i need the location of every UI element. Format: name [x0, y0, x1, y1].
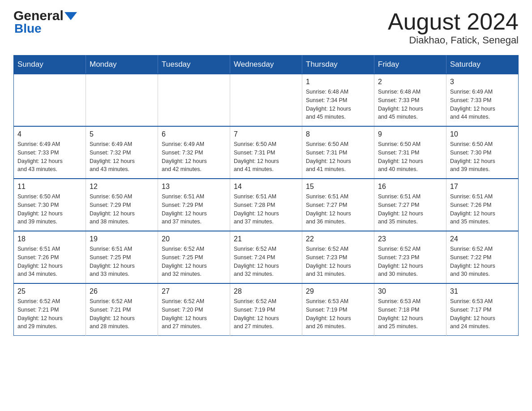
- day-number: 30: [378, 287, 442, 295]
- day-info: Sunrise: 6:52 AMSunset: 7:19 PMDaylight:…: [234, 297, 298, 331]
- day-info: Sunrise: 6:49 AMSunset: 7:32 PMDaylight:…: [90, 140, 154, 174]
- day-number: 5: [90, 130, 154, 138]
- calendar-cell: 22Sunrise: 6:52 AMSunset: 7:23 PMDayligh…: [302, 231, 374, 283]
- day-number: 22: [306, 235, 370, 243]
- day-info: Sunrise: 6:51 AMSunset: 7:26 PMDaylight:…: [450, 193, 515, 226]
- day-info: Sunrise: 6:52 AMSunset: 7:23 PMDaylight:…: [306, 245, 370, 278]
- calendar-header-row: SundayMondayTuesdayWednesdayThursdayFrid…: [14, 56, 519, 74]
- day-info: Sunrise: 6:50 AMSunset: 7:29 PMDaylight:…: [90, 193, 154, 226]
- calendar-cell: 3Sunrise: 6:49 AMSunset: 7:33 PMDaylight…: [446, 74, 519, 126]
- day-info: Sunrise: 6:51 AMSunset: 7:29 PMDaylight:…: [162, 193, 226, 226]
- day-number: 10: [450, 130, 515, 138]
- day-info: Sunrise: 6:53 AMSunset: 7:18 PMDaylight:…: [378, 297, 442, 331]
- day-info: Sunrise: 6:48 AMSunset: 7:33 PMDaylight:…: [378, 88, 442, 121]
- day-info: Sunrise: 6:49 AMSunset: 7:32 PMDaylight:…: [162, 140, 226, 174]
- page-title: August 2024: [388, 9, 519, 34]
- calendar-cell: 29Sunrise: 6:53 AMSunset: 7:19 PMDayligh…: [302, 283, 374, 336]
- day-number: 21: [234, 235, 298, 243]
- calendar-week-row: 1Sunrise: 6:48 AMSunset: 7:34 PMDaylight…: [14, 74, 519, 126]
- calendar-table: SundayMondayTuesdayWednesdayThursdayFrid…: [13, 55, 519, 336]
- day-info: Sunrise: 6:50 AMSunset: 7:30 PMDaylight:…: [17, 193, 82, 226]
- calendar-week-row: 4Sunrise: 6:49 AMSunset: 7:33 PMDaylight…: [14, 126, 519, 179]
- calendar-cell: 28Sunrise: 6:52 AMSunset: 7:19 PMDayligh…: [230, 283, 302, 336]
- calendar-cell: 8Sunrise: 6:50 AMSunset: 7:31 PMDaylight…: [302, 126, 374, 179]
- day-info: Sunrise: 6:53 AMSunset: 7:17 PMDaylight:…: [450, 297, 515, 331]
- day-number: 27: [162, 287, 226, 295]
- calendar-cell: 26Sunrise: 6:52 AMSunset: 7:21 PMDayligh…: [86, 283, 158, 336]
- day-number: 17: [450, 183, 515, 191]
- calendar-cell: 27Sunrise: 6:52 AMSunset: 7:20 PMDayligh…: [158, 283, 230, 336]
- day-number: 15: [306, 183, 370, 191]
- calendar-week-row: 11Sunrise: 6:50 AMSunset: 7:30 PMDayligh…: [14, 179, 519, 231]
- day-number: 25: [17, 287, 82, 295]
- day-info: Sunrise: 6:50 AMSunset: 7:30 PMDaylight:…: [450, 140, 515, 174]
- day-number: 14: [234, 183, 298, 191]
- day-number: 12: [90, 183, 154, 191]
- title-block: August 2024 Diakhao, Fatick, Senegal: [388, 9, 519, 46]
- day-number: 4: [17, 130, 82, 138]
- day-number: 13: [162, 183, 226, 191]
- day-info: Sunrise: 6:52 AMSunset: 7:22 PMDaylight:…: [450, 245, 515, 278]
- day-number: 1: [306, 78, 370, 86]
- day-info: Sunrise: 6:52 AMSunset: 7:20 PMDaylight:…: [162, 297, 226, 331]
- calendar-cell: 25Sunrise: 6:52 AMSunset: 7:21 PMDayligh…: [14, 283, 86, 336]
- day-number: 18: [17, 235, 82, 243]
- day-info: Sunrise: 6:51 AMSunset: 7:27 PMDaylight:…: [378, 193, 442, 226]
- day-number: 7: [234, 130, 298, 138]
- day-number: 3: [450, 78, 515, 86]
- day-info: Sunrise: 6:50 AMSunset: 7:31 PMDaylight:…: [306, 140, 370, 174]
- day-info: Sunrise: 6:50 AMSunset: 7:31 PMDaylight:…: [234, 140, 298, 174]
- calendar-cell: [14, 74, 86, 126]
- calendar-cell: 18Sunrise: 6:51 AMSunset: 7:26 PMDayligh…: [14, 231, 86, 283]
- day-info: Sunrise: 6:52 AMSunset: 7:25 PMDaylight:…: [162, 245, 226, 278]
- calendar-cell: 20Sunrise: 6:52 AMSunset: 7:25 PMDayligh…: [158, 231, 230, 283]
- calendar-day-header: Friday: [374, 56, 446, 74]
- calendar-day-header: Tuesday: [158, 56, 230, 74]
- day-number: 16: [378, 183, 442, 191]
- calendar-cell: 10Sunrise: 6:50 AMSunset: 7:30 PMDayligh…: [446, 126, 519, 179]
- logo-general-text: General: [13, 9, 64, 22]
- calendar-cell: 9Sunrise: 6:50 AMSunset: 7:31 PMDaylight…: [374, 126, 446, 179]
- calendar-cell: 5Sunrise: 6:49 AMSunset: 7:32 PMDaylight…: [86, 126, 158, 179]
- calendar-day-header: Sunday: [14, 56, 86, 74]
- calendar-cell: [86, 74, 158, 126]
- day-info: Sunrise: 6:51 AMSunset: 7:25 PMDaylight:…: [90, 245, 154, 278]
- day-info: Sunrise: 6:49 AMSunset: 7:33 PMDaylight:…: [17, 140, 82, 174]
- calendar-cell: 2Sunrise: 6:48 AMSunset: 7:33 PMDaylight…: [374, 74, 446, 126]
- calendar-cell: 1Sunrise: 6:48 AMSunset: 7:34 PMDaylight…: [302, 74, 374, 126]
- calendar-cell: 23Sunrise: 6:52 AMSunset: 7:23 PMDayligh…: [374, 231, 446, 283]
- day-number: 29: [306, 287, 370, 295]
- calendar-day-header: Thursday: [302, 56, 374, 74]
- calendar-week-row: 18Sunrise: 6:51 AMSunset: 7:26 PMDayligh…: [14, 231, 519, 283]
- day-number: 8: [306, 130, 370, 138]
- calendar-cell: 7Sunrise: 6:50 AMSunset: 7:31 PMDaylight…: [230, 126, 302, 179]
- svg-marker-0: [64, 12, 77, 20]
- calendar-cell: 14Sunrise: 6:51 AMSunset: 7:28 PMDayligh…: [230, 179, 302, 231]
- day-number: 9: [378, 130, 442, 138]
- calendar-cell: 4Sunrise: 6:49 AMSunset: 7:33 PMDaylight…: [14, 126, 86, 179]
- calendar-cell: 19Sunrise: 6:51 AMSunset: 7:25 PMDayligh…: [86, 231, 158, 283]
- page-header: General Blue August 2024 Diakhao, Fatick…: [13, 9, 519, 46]
- day-number: 31: [450, 287, 515, 295]
- calendar-cell: 6Sunrise: 6:49 AMSunset: 7:32 PMDaylight…: [158, 126, 230, 179]
- calendar-cell: 31Sunrise: 6:53 AMSunset: 7:17 PMDayligh…: [446, 283, 519, 336]
- day-number: 20: [162, 235, 226, 243]
- day-number: 24: [450, 235, 515, 243]
- day-info: Sunrise: 6:52 AMSunset: 7:24 PMDaylight:…: [234, 245, 298, 278]
- day-info: Sunrise: 6:51 AMSunset: 7:26 PMDaylight:…: [17, 245, 82, 278]
- calendar-cell: 30Sunrise: 6:53 AMSunset: 7:18 PMDayligh…: [374, 283, 446, 336]
- calendar-cell: [158, 74, 230, 126]
- day-number: 6: [162, 130, 226, 138]
- day-number: 2: [378, 78, 442, 86]
- day-info: Sunrise: 6:50 AMSunset: 7:31 PMDaylight:…: [378, 140, 442, 174]
- day-number: 23: [378, 235, 442, 243]
- calendar-day-header: Monday: [86, 56, 158, 74]
- page-subtitle: Diakhao, Fatick, Senegal: [388, 34, 519, 46]
- logo: General Blue: [13, 9, 77, 35]
- calendar-cell: 15Sunrise: 6:51 AMSunset: 7:27 PMDayligh…: [302, 179, 374, 231]
- day-number: 26: [90, 287, 154, 295]
- calendar-cell: 11Sunrise: 6:50 AMSunset: 7:30 PMDayligh…: [14, 179, 86, 231]
- calendar-cell: 16Sunrise: 6:51 AMSunset: 7:27 PMDayligh…: [374, 179, 446, 231]
- calendar-day-header: Saturday: [446, 56, 519, 74]
- calendar-week-row: 25Sunrise: 6:52 AMSunset: 7:21 PMDayligh…: [14, 283, 519, 336]
